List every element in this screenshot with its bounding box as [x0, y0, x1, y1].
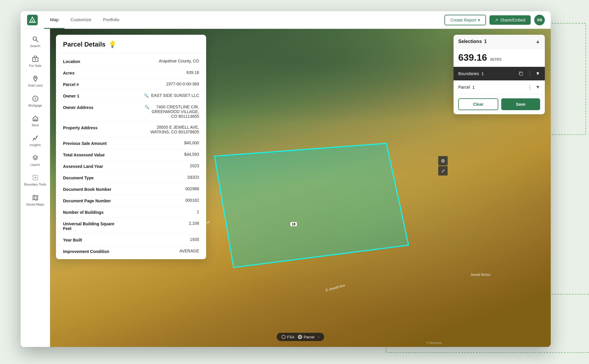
detail-row-total-assessed: Total Assessed Value $44,593 [56, 149, 206, 161]
highway-badge: 18 [290, 222, 297, 226]
parcel-details-panel: Parcel Details 💡 Location Arapahoe Count… [56, 35, 206, 259]
acres-display: 639.16 acres [454, 49, 545, 67]
svg-text:$: $ [34, 97, 36, 100]
boundaries-row: Boundaries 1 [454, 67, 545, 80]
detail-row-doc-type: Document Type DEED [56, 172, 206, 183]
sidebar-item-label: Rent [32, 123, 39, 127]
nav-tabs: Map Customize Portfolio [44, 11, 444, 29]
detail-row-prev-sale: Previous Sale Amount $40,000 [56, 138, 206, 149]
sidebar-item-layers[interactable]: Layers [22, 151, 48, 170]
sidebar-item-label: Search [30, 44, 40, 48]
sidebar-item-saved-maps[interactable]: Saved Maps [22, 191, 48, 209]
tab-map[interactable]: Map [44, 11, 64, 29]
detail-row-doc-page: Document Page Number 000162 [56, 195, 206, 206]
lightbulb-icon: 💡 [108, 41, 116, 48]
detail-row-doc-book: Document Book Number 002988 [56, 183, 206, 195]
fsa-option[interactable]: FSA [282, 335, 294, 339]
saved-maps-icon [32, 194, 39, 201]
detail-row-parcel-num: Parcel # 1977-00-0-00-369 [56, 79, 206, 90]
top-nav: Map Customize Portfolio Create Report ▾ … [21, 11, 551, 29]
mortgage-icon: $ [32, 95, 39, 102]
search-icon [32, 35, 39, 43]
svg-marker-17 [214, 143, 408, 267]
insights-icon [32, 134, 39, 142]
boundary-tools-icon [32, 174, 39, 181]
clear-button[interactable]: Clear [458, 98, 498, 110]
sold-land-icon [32, 75, 39, 82]
avatar[interactable]: SB [534, 15, 545, 25]
parcel-panel-body: Location Arapahoe County, CO Acres 639.1… [56, 53, 206, 259]
sidebar-item-label: Mortgage [28, 104, 42, 107]
detail-row-location: Location Arapahoe County, CO [56, 56, 206, 67]
parcel-label: Parcel 1 [458, 85, 474, 90]
detail-row-acres: Acres 639.16 [56, 67, 206, 79]
fsa-radio[interactable] [282, 335, 286, 339]
parcel-panel-header: Parcel Details 💡 [56, 35, 206, 53]
sidebar-item-label: Saved Maps [26, 203, 44, 206]
nav-actions: Create Report ▾ ↗ Share/Embed SB [444, 15, 545, 25]
sidebar-item-insights[interactable]: Insights [22, 131, 48, 150]
map-controls: ⚙ ⤢ [438, 156, 448, 176]
sidebar-item-label: Layers [30, 163, 40, 167]
sidebar-item-sold-land[interactable]: Sold Land [22, 72, 48, 90]
parcel-more-button[interactable]: ⋮ [527, 83, 533, 91]
share-embed-button[interactable]: ↗ Share/Embed [489, 15, 531, 25]
create-report-button[interactable]: Create Report ▾ [444, 15, 486, 25]
parcel-expand-icon[interactable]: ▼ [535, 85, 540, 90]
detail-row-property-address: Property Address 28505 E JEWELL AVE,WATK… [56, 122, 206, 138]
sidebar-item-rent[interactable]: Rent [22, 112, 48, 130]
detail-row-improvement: Improvement Condition AVERAGE [56, 246, 206, 257]
selections-title: Selections 1 [458, 39, 487, 44]
parcel-row: Parcel 1 ⋮ ▼ [454, 80, 545, 94]
tab-portfolio[interactable]: Portfolio [97, 11, 125, 29]
parcel-option[interactable]: Parcel [298, 335, 315, 339]
detail-row-assessed-year: Assessed Land Year 2023 [56, 161, 206, 172]
owner-search-icon[interactable]: 🔍 [144, 93, 149, 98]
detail-row-bldg-sqft: Universal Building Square Feet 2,106 [56, 218, 206, 234]
acres-number: 639.16 [458, 52, 487, 63]
map-watermark: © Nearmap [427, 341, 442, 345]
boundaries-expand-icon[interactable]: ▼ [535, 71, 540, 76]
sidebar-item-label: Insights [30, 143, 41, 147]
sidebar-item-label: Boundary Tools [24, 183, 47, 186]
svg-point-7 [34, 77, 36, 79]
sidebar-item-label: For Sale [29, 64, 42, 68]
boundaries-copy-button[interactable] [518, 70, 524, 77]
sidebar-item-for-sale[interactable]: For Sale [22, 52, 48, 71]
main-content: Search For Sale [21, 29, 551, 347]
jewell-moto-label: Jewell Motoc [470, 273, 491, 277]
tab-customize[interactable]: Customize [64, 11, 97, 29]
for-sale-icon [32, 55, 39, 63]
sidebar-item-label: Sold Land [28, 84, 43, 87]
save-button[interactable]: Save [501, 98, 540, 110]
parcel-radio[interactable] [298, 335, 302, 339]
action-buttons: Clear Save [454, 94, 545, 114]
detail-row-num-buildings: Number of Buildings 1 [56, 206, 206, 218]
sidebar-item-search[interactable]: Search [22, 32, 48, 51]
svg-point-12 [36, 136, 37, 138]
map-area[interactable]: E Jewell Ave E Jewell Ave 18 Jewell Moto… [50, 29, 551, 347]
svg-rect-18 [520, 72, 523, 75]
selections-header: Selections 1 ▲ [454, 35, 545, 49]
sidebar-item-mortgage[interactable]: $ Mortgage [22, 92, 48, 110]
parcel-panel-title: Parcel Details [63, 41, 105, 48]
map-background: E Jewell Ave E Jewell Ave 18 Jewell Moto… [50, 29, 551, 347]
svg-line-3 [36, 40, 38, 42]
map-expand-button[interactable]: ⤢ [438, 166, 448, 176]
selections-panel: Selections 1 ▲ 639.16 acres Boundaries [454, 35, 545, 114]
app-logo [27, 14, 38, 26]
svg-point-14 [34, 177, 36, 178]
detail-row-year-built: Year Built 1935 [56, 234, 206, 246]
owner-address-search-icon[interactable]: 🔍 [145, 105, 149, 109]
boundaries-more-button[interactable]: ⋮ [527, 70, 533, 77]
sidebar-item-boundary-tools[interactable]: Boundary Tools [22, 171, 48, 189]
map-settings-button[interactable]: ⚙ [438, 156, 448, 166]
detail-row-owner-address: Owner Address 🔍 7400 CRESTLINE CIR,GREEN… [56, 102, 206, 122]
chevron-down-icon-report: ▾ [478, 18, 480, 22]
selections-collapse-icon[interactable]: ▲ [535, 39, 540, 44]
layer-chevron-icon[interactable]: › [318, 335, 320, 339]
boundaries-label: Boundaries 1 [458, 71, 484, 76]
acres-label: acres [490, 57, 502, 62]
app-window: Map Customize Portfolio Create Report ▾ … [21, 11, 551, 347]
boundaries-actions: ⋮ ▼ [518, 70, 540, 77]
